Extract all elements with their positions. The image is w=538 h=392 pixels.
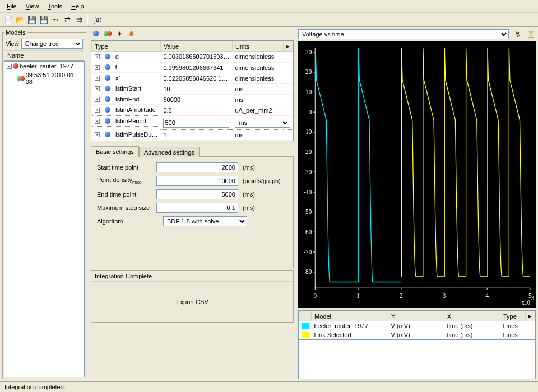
step-input[interactable] — [156, 203, 238, 213]
legend-table: Model Y X Type ▸ beeler_reuter_1977 V (m… — [298, 310, 536, 340]
var-value: 50000 — [160, 94, 232, 105]
table-row[interactable]: + IstimEnd 50000 ms — [92, 94, 293, 105]
view-label: View — [6, 40, 19, 47]
var-name: IstimPulseDu… — [115, 131, 158, 138]
expand-icon[interactable]: + — [95, 97, 100, 102]
graph3-icon[interactable]: ⇉ — [74, 15, 84, 25]
svg-text:0: 0 — [309, 108, 312, 116]
open-icon[interactable]: 📂 — [15, 15, 25, 25]
algo-select[interactable]: BDF 1-5 with solve — [163, 216, 247, 226]
end-input[interactable] — [156, 189, 238, 199]
svg-text:3: 3 — [531, 294, 534, 301]
table-row-editing[interactable]: + IstimPeriod ms — [92, 115, 293, 129]
var-icon — [105, 64, 110, 70]
start-unit: (ms) — [243, 164, 287, 171]
table-row[interactable]: + IstimAmplitude 0.5 uA_per_mm2 — [92, 105, 293, 115]
table-row[interactable]: + IstimPulseDu… 1 ms — [92, 129, 293, 140]
svg-text:-80: -80 — [303, 267, 312, 276]
leg-col-x[interactable]: X — [444, 311, 500, 321]
var-icon — [105, 86, 110, 91]
table-row[interactable]: + x1 0.02205856846520 1… dimensionless — [92, 73, 293, 83]
value-input[interactable] — [163, 118, 229, 128]
model-icon — [13, 63, 18, 69]
var-name: IstimStart — [115, 85, 141, 92]
table-row[interactable]: + f 0.9999801206667341 dimensionless — [92, 62, 293, 73]
save-icon[interactable]: 💾 — [27, 15, 37, 25]
menu-help[interactable]: Help — [68, 2, 87, 11]
expand-icon[interactable]: + — [95, 119, 100, 124]
expand-icon[interactable]: + — [95, 108, 100, 113]
svg-text:20: 20 — [305, 67, 312, 76]
expand-icon[interactable]: + — [95, 132, 100, 137]
var-blue-icon[interactable] — [91, 29, 101, 39]
tab-advanced[interactable]: Advanced settings — [139, 147, 200, 157]
menu-view[interactable]: View — [22, 2, 43, 11]
legend-row[interactable]: beeler_reuter_1977 V (mV) time (ms) Line… — [299, 321, 535, 331]
collapse-icon[interactable]: − — [7, 64, 12, 69]
var-value: 1 — [160, 129, 232, 140]
color-swatch — [302, 332, 309, 338]
var-units: ms — [232, 129, 293, 140]
graph2-icon[interactable]: ⇄ — [62, 15, 72, 25]
density-input[interactable] — [156, 176, 238, 186]
col-config-icon[interactable]: ▸ — [284, 41, 293, 52]
expand-icon[interactable]: + — [95, 65, 100, 70]
leg-col-model[interactable]: Model — [312, 311, 388, 321]
var-tool4-icon[interactable]: ⋔ — [126, 29, 136, 39]
var-value: 10 — [160, 83, 232, 94]
units-select[interactable]: ms — [235, 118, 290, 128]
tree-header-name[interactable]: Name — [4, 50, 85, 61]
var-value: 0.02205856846520 1… — [160, 73, 232, 83]
expand-icon[interactable]: + — [95, 86, 100, 91]
table-row[interactable]: + d 0.0030186502701593… dimensionless — [92, 52, 293, 63]
tree-child[interactable]: 09:53:51 2010-01-08 — [4, 71, 84, 86]
menu-file[interactable]: File — [3, 2, 20, 11]
svg-text:-30: -30 — [303, 167, 312, 176]
tree-root-label: beeler_reuter_1977 — [20, 63, 73, 69]
var-units: dimensionless — [232, 73, 293, 83]
legend-x: time (ms) — [444, 321, 500, 331]
plot-canvas[interactable]: 3020100-10-20-30-40-50-60-70-80 012345 x… — [298, 41, 536, 308]
expand-icon[interactable]: + — [95, 76, 100, 81]
plot-tool1-icon[interactable]: ↯ — [512, 29, 522, 39]
plot-tool2-icon[interactable]: ⚿ — [526, 29, 536, 39]
leg-config-icon[interactable]: ▸ — [526, 311, 535, 321]
var-tool3-icon[interactable]: ✦ — [114, 29, 124, 39]
col-value[interactable]: Value — [160, 41, 232, 52]
var-twin-icon[interactable] — [103, 29, 113, 39]
density-label: Point densitymax — [97, 176, 152, 185]
export-header: Integration Complete — [91, 271, 293, 282]
export-csv-button[interactable]: Export CSV — [176, 298, 208, 305]
density-unit: (points/graph) — [243, 178, 287, 184]
var-icon — [105, 118, 110, 124]
col-type[interactable]: Type — [92, 41, 161, 52]
tree-root[interactable]: − beeler_reuter_1977 — [4, 62, 84, 71]
var-units: uA_per_mm2 — [232, 105, 293, 115]
table-row[interactable]: + IstimStart 10 ms — [92, 83, 293, 94]
var-name: x1 — [115, 74, 122, 81]
var-icon — [105, 96, 110, 102]
integrate-icon[interactable]: ∫dt — [91, 16, 105, 24]
tree-select[interactable]: Change tree — [21, 39, 83, 49]
col-units[interactable]: Units — [232, 41, 283, 52]
svg-text:-70: -70 — [303, 248, 312, 256]
tab-basic[interactable]: Basic settings — [91, 146, 139, 157]
new-icon[interactable]: 📄 — [3, 15, 13, 25]
graph1-icon[interactable]: ⤳ — [50, 15, 61, 25]
leg-col-type[interactable]: Type — [500, 311, 526, 321]
start-input[interactable] — [156, 162, 238, 172]
var-icon — [105, 75, 110, 81]
leg-col-y[interactable]: Y — [388, 311, 444, 321]
save-as-icon[interactable]: 💾 — [39, 15, 49, 25]
svg-text:10: 10 — [305, 87, 312, 96]
svg-text:2: 2 — [400, 291, 403, 300]
plot-select[interactable]: Voltage vs time — [298, 29, 509, 39]
svg-text:-20: -20 — [303, 147, 312, 156]
menu-tools[interactable]: Tools — [44, 2, 66, 11]
svg-text:-50: -50 — [303, 207, 312, 216]
step-label: Maximum step size — [97, 204, 152, 211]
expand-icon[interactable]: + — [95, 54, 100, 59]
legend-row[interactable]: Link Selected V (mV) time (ms) Lines — [299, 330, 535, 339]
models-tree[interactable]: − beeler_reuter_1977 09:53:51 2010-01-08 — [4, 61, 85, 377]
end-label: End time point — [97, 191, 152, 198]
